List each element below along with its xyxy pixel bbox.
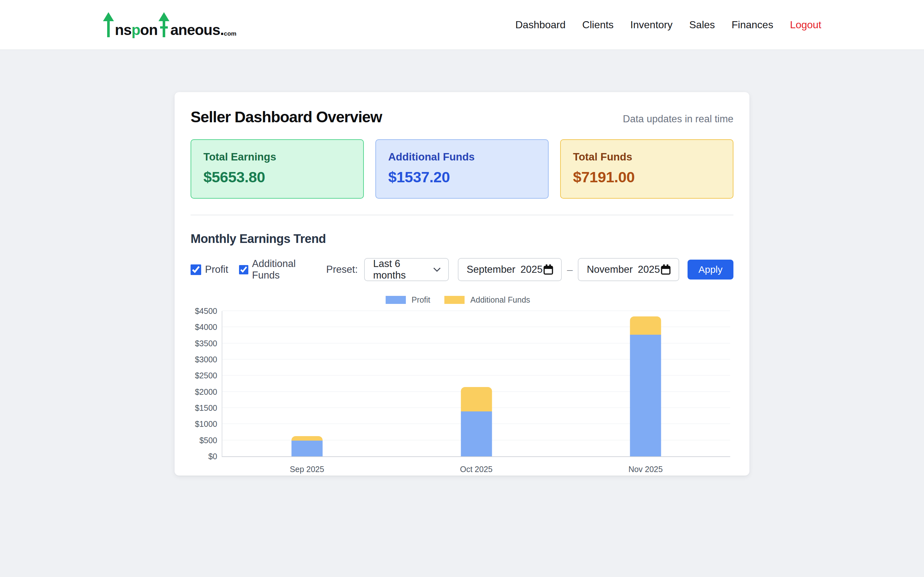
x-axis-tick-label: Oct 2025: [460, 465, 493, 474]
total-earnings-card: Total Earnings $5653.80: [191, 139, 364, 199]
start-month-value: September: [467, 264, 515, 276]
nav-item-dashboard[interactable]: Dashboard: [515, 19, 566, 31]
total-funds-label: Total Funds: [573, 151, 721, 163]
total-funds-value: $7191.00: [573, 168, 721, 186]
date-range-separator: –: [567, 264, 573, 276]
legend-label: Profit: [412, 295, 430, 305]
brand-text-ns: ns: [115, 23, 132, 37]
chart-controls: Profit Additional Funds Preset: Last 6 m…: [191, 258, 733, 281]
additional-funds-card: Additional Funds $1537.20: [375, 139, 549, 199]
additional-funds-checkbox-label: Additional Funds: [252, 258, 316, 281]
nav-item-sales[interactable]: Sales: [689, 19, 715, 31]
section-title: Monthly Earnings Trend: [191, 232, 733, 246]
legend-label: Additional Funds: [470, 295, 530, 305]
bar-segment-additional-funds: [461, 387, 492, 411]
y-axis-tick-label: $3500: [187, 338, 217, 348]
chart-plot: $0$500$1000$1500$2000$2500$3000$3500$400…: [222, 311, 730, 457]
total-funds-card: Total Funds $7191.00: [560, 139, 733, 199]
bar-segment-profit: [630, 335, 661, 457]
preset-select[interactable]: Last 6 months: [364, 258, 449, 281]
preset-label: Preset:: [326, 264, 358, 276]
brand-text-on: on: [140, 23, 158, 37]
nav-item-finances[interactable]: Finances: [731, 19, 773, 31]
end-month-value: November: [587, 264, 633, 276]
page-title: Seller Dashboard Overview: [191, 108, 382, 126]
y-axis-tick-label: $1500: [187, 403, 217, 413]
profit-checkbox-group[interactable]: Profit: [191, 264, 228, 276]
legend-swatch: [444, 296, 465, 304]
end-year-value: 2025: [638, 264, 660, 276]
bar-segment-additional-funds: [291, 436, 322, 441]
chart-legend: ProfitAdditional Funds: [191, 295, 733, 305]
nav-links: Dashboard Clients Inventory Sales Financ…: [515, 19, 821, 31]
start-month-input[interactable]: September 2025: [458, 258, 562, 281]
nav-item-logout[interactable]: Logout: [790, 19, 821, 31]
start-year-value: 2025: [520, 264, 542, 276]
brand-tld: com: [224, 30, 237, 37]
additional-funds-value: $1537.20: [388, 168, 536, 186]
additional-funds-checkbox[interactable]: [239, 264, 248, 275]
end-month-input[interactable]: November 2025: [578, 258, 679, 281]
y-axis-tick-label: $3000: [187, 355, 217, 364]
calendar-icon[interactable]: [660, 264, 671, 276]
y-axis-tick-label: $2000: [187, 387, 217, 396]
profit-checkbox[interactable]: [191, 264, 201, 275]
bar-segment-profit: [291, 441, 322, 456]
profit-checkbox-label: Profit: [205, 264, 228, 276]
y-axis-tick-label: $1000: [187, 419, 217, 429]
additional-funds-label: Additional Funds: [388, 151, 536, 163]
legend-swatch: [386, 296, 406, 304]
chevron-down-icon: [433, 267, 441, 272]
section-divider: [191, 215, 733, 215]
nav-item-clients[interactable]: Clients: [582, 19, 614, 31]
y-axis-tick-label: $4000: [187, 322, 217, 332]
nav-item-inventory[interactable]: Inventory: [631, 19, 673, 31]
bar-nov-2025: [630, 316, 661, 456]
brand-logo[interactable]: nspon aneous. com: [103, 12, 237, 37]
y-axis-tick-label: $500: [187, 435, 217, 445]
y-axis-tick-label: $0: [187, 452, 217, 461]
additional-funds-checkbox-group[interactable]: Additional Funds: [239, 258, 315, 281]
navbar: nspon aneous. com Dashboard Clients Inve…: [0, 0, 924, 50]
brand-text-p: p: [132, 23, 140, 37]
dashboard-card: Seller Dashboard Overview Data updates i…: [174, 92, 750, 475]
brand-text-aneous: aneous.: [171, 23, 224, 37]
bar-segment-additional-funds: [630, 316, 661, 335]
stat-cards-row: Total Earnings $5653.80 Additional Funds…: [191, 139, 733, 199]
preset-select-value: Last 6 months: [373, 258, 427, 281]
calendar-icon[interactable]: [542, 264, 554, 276]
realtime-status-text: Data updates in real time: [623, 113, 733, 125]
x-axis-tick-label: Sep 2025: [290, 465, 324, 474]
bar-segment-profit: [461, 411, 492, 456]
total-earnings-label: Total Earnings: [203, 151, 351, 163]
gridline: [222, 311, 730, 311]
apply-button[interactable]: Apply: [687, 259, 733, 279]
y-axis-tick-label: $4500: [187, 306, 217, 316]
earnings-chart: ProfitAdditional Funds $0$500$1000$1500$…: [191, 295, 733, 457]
logo-arrow-t-icon: [158, 12, 170, 37]
logo-arrow-icon: [103, 12, 114, 37]
bar-sep-2025: [291, 436, 322, 456]
total-earnings-value: $5653.80: [203, 168, 351, 186]
x-axis-tick-label: Nov 2025: [628, 465, 663, 474]
bar-oct-2025: [461, 387, 492, 456]
y-axis-tick-label: $2500: [187, 371, 217, 380]
